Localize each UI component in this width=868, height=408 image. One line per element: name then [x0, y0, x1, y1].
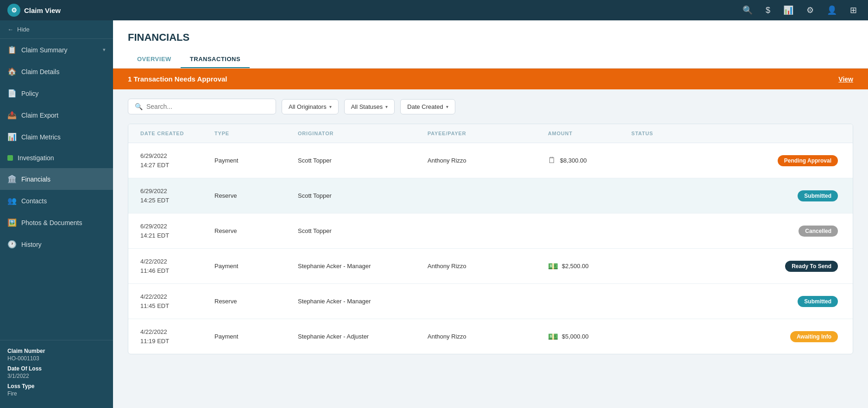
col-payee-payer: PAYEE/PAYER [423, 124, 543, 143]
sidebar-item-claim-details[interactable]: 🏠 Claim Details [0, 61, 113, 82]
cell-type: Payment [210, 149, 293, 172]
hide-label: Hide [17, 26, 30, 33]
top-nav: ⚙ Claim View 🔍 $ 📊 ⚙ 👤 ⊞ [0, 0, 868, 20]
financials-icon: 🏛️ [7, 175, 17, 183]
claim-number-value: HO-0001103 [7, 355, 106, 362]
cell-amount [543, 223, 627, 239]
cell-type: Payment [210, 254, 293, 278]
claim-summary-icon: 📋 [7, 45, 17, 54]
cell-amount [543, 293, 627, 310]
sidebar-item-history[interactable]: 🕐 History [0, 233, 113, 255]
sidebar-item-label: Claim Details [21, 68, 59, 75]
table-header: DATE CREATED TYPE ORIGINATOR PAYEE/PAYER… [128, 124, 853, 143]
cash-icon: 💵 [548, 332, 558, 342]
cell-originator: Stephanie Acker - Manager [293, 289, 423, 313]
cell-status: Awaiting Info [627, 323, 845, 351]
check-icon: 🗒 [548, 156, 556, 165]
search-icon: 🔍 [135, 103, 143, 110]
sidebar-item-claim-summary[interactable]: 📋 Claim Summary ▾ [0, 39, 113, 61]
status-badge: Cancelled [799, 226, 838, 237]
cell-amount [543, 188, 627, 204]
claim-export-icon: 📤 [7, 111, 17, 119]
layout: ← Hide 📋 Claim Summary ▾ 🏠 Claim Details… [0, 20, 868, 408]
transactions-table: DATE CREATED TYPE ORIGINATOR PAYEE/PAYER… [128, 124, 853, 354]
cell-originator: Stephanie Acker - Manager [293, 254, 423, 278]
main-content: FINANCIALS OVERVIEW TRANSACTIONS 1 Trans… [113, 20, 868, 408]
photos-documents-icon: 🖼️ [7, 218, 17, 227]
claim-details-icon: 🏠 [7, 67, 17, 76]
table-row[interactable]: 4/22/202211:45 EDT Reserve Stephanie Ack… [128, 284, 853, 319]
all-statuses-filter[interactable]: All Statuses ▾ [344, 99, 395, 114]
back-icon: ← [7, 26, 13, 33]
grid-icon[interactable]: ⊞ [846, 3, 861, 17]
col-amount: AMOUNT [543, 124, 627, 143]
tab-overview[interactable]: OVERVIEW [128, 51, 181, 68]
search-box[interactable]: 🔍 [128, 99, 276, 114]
cell-date: 6/29/202214:25 EDT [136, 178, 210, 213]
approval-banner: 1 Transaction Needs Approval View [113, 69, 868, 89]
chevron-down-icon: ▾ [446, 104, 448, 109]
col-originator: ORIGINATOR [293, 124, 423, 143]
sidebar-item-label: History [21, 241, 42, 248]
sidebar-item-financials[interactable]: 🏛️ Financials [0, 168, 113, 190]
sidebar-item-label: Financials [21, 176, 50, 183]
sidebar-footer: Claim Number HO-0001103 Date Of Loss 3/1… [0, 340, 113, 408]
sidebar-item-photos-documents[interactable]: 🖼️ Photos & Documents [0, 212, 113, 233]
all-originators-filter[interactable]: All Originators ▾ [282, 99, 339, 114]
sidebar-item-label: Photos & Documents [21, 219, 82, 226]
chart-icon[interactable]: 📊 [780, 3, 797, 17]
settings-icon[interactable]: ⚙ [803, 3, 818, 17]
user-icon[interactable]: 👤 [823, 3, 841, 17]
sidebar-item-label: Claim Export [21, 112, 58, 119]
cash-icon: 💵 [548, 261, 558, 271]
hide-button[interactable]: ← Hide [0, 20, 113, 39]
sidebar-item-policy[interactable]: 📄 Policy [0, 82, 113, 104]
approval-view-link[interactable]: View [838, 75, 853, 83]
loss-type-label: Loss Type [7, 383, 106, 389]
search-input[interactable] [146, 103, 269, 110]
col-status: STATUS [627, 124, 845, 143]
cell-payee [423, 188, 543, 204]
cell-payee: Anthony Rizzo [423, 149, 543, 172]
search-icon[interactable]: 🔍 [739, 3, 756, 17]
approval-banner-text: 1 Transaction Needs Approval [128, 75, 227, 83]
cell-status: Submitted [627, 182, 845, 210]
cell-status: Ready To Send [627, 252, 845, 280]
page-title: FINANCIALS [128, 31, 853, 44]
cell-payee [423, 293, 543, 310]
status-badge: Submitted [798, 190, 838, 201]
date-created-filter[interactable]: Date Created ▾ [400, 99, 455, 114]
sidebar-item-claim-metrics[interactable]: 📊 Claim Metrics [0, 126, 113, 148]
date-of-loss-value: 3/1/2022 [7, 373, 106, 379]
table-row[interactable]: 6/29/202214:21 EDT Reserve Scott Topper … [128, 213, 853, 249]
table-row[interactable]: 6/29/202214:27 EDT Payment Scott Topper … [128, 143, 853, 178]
table-row[interactable]: 4/22/202211:19 EDT Payment Stephanie Ack… [128, 319, 853, 354]
sidebar-item-contacts[interactable]: 👥 Contacts [0, 190, 113, 212]
col-date-created: DATE CREATED [136, 124, 210, 143]
cell-date: 4/22/202211:45 EDT [136, 284, 210, 319]
cell-date: 6/29/202214:27 EDT [136, 143, 210, 178]
cell-amount: 💵 $5,000.00 [543, 323, 627, 350]
cell-payee: Anthony Rizzo [423, 325, 543, 348]
cell-status: Pending Approval [627, 147, 845, 175]
table-row[interactable]: 4/22/202211:46 EDT Payment Stephanie Ack… [128, 249, 853, 284]
dollar-icon[interactable]: $ [762, 4, 774, 17]
cell-originator: Stephanie Acker - Adjuster [293, 325, 423, 348]
sidebar-item-claim-export[interactable]: 📤 Claim Export [0, 104, 113, 126]
logo-icon: ⚙ [7, 4, 20, 17]
cell-type: Reserve [210, 219, 293, 243]
cell-amount: 💵 $2,500.00 [543, 253, 627, 280]
cell-type: Reserve [210, 289, 293, 313]
sidebar-item-investigation[interactable]: Investigation [0, 148, 113, 168]
cell-originator: Scott Topper [293, 149, 423, 172]
cell-date: 6/29/202214:21 EDT [136, 213, 210, 248]
cell-payee: Anthony Rizzo [423, 254, 543, 278]
cell-originator: Scott Topper [293, 184, 423, 207]
sidebar-item-label: Policy [21, 90, 38, 97]
tab-transactions[interactable]: TRANSACTIONS [181, 51, 250, 68]
sidebar: ← Hide 📋 Claim Summary ▾ 🏠 Claim Details… [0, 20, 113, 408]
table-row[interactable]: 6/29/202214:25 EDT Reserve Scott Topper … [128, 178, 853, 213]
cell-status: Cancelled [627, 217, 845, 245]
chevron-down-icon: ▾ [103, 47, 106, 53]
chevron-down-icon: ▾ [385, 104, 388, 109]
